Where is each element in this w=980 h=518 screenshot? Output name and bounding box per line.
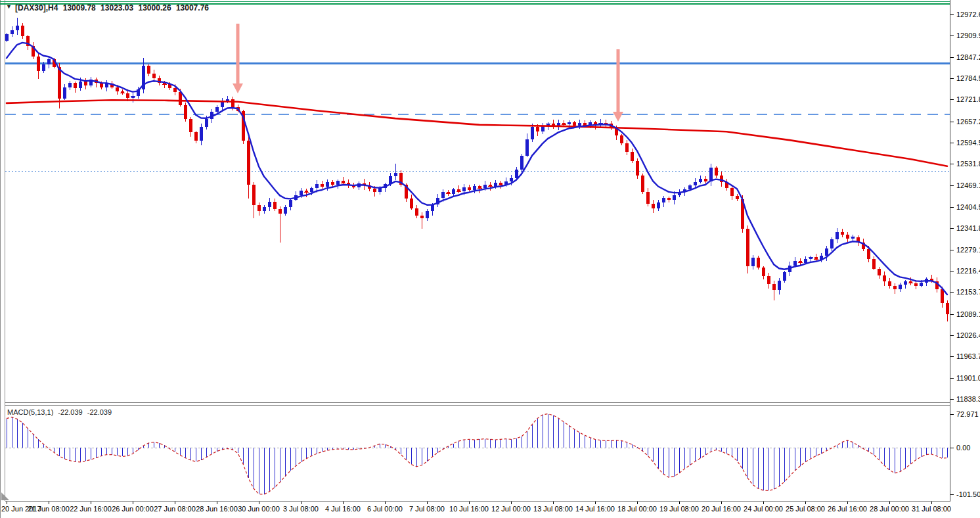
- price-chart-pane[interactable]: [5, 5, 950, 402]
- pane-splitter[interactable]: [5, 402, 950, 406]
- chart-window: ▼ [DAX30],H4 13009.78 13023.03 13000.26 …: [0, 0, 980, 518]
- time-axis-scale[interactable]: [5, 502, 950, 518]
- price-axis-scale[interactable]: [950, 11, 980, 501]
- ask-price-badge: 12996.54: [952, 1, 980, 10]
- macd-indicator-pane[interactable]: [5, 406, 950, 501]
